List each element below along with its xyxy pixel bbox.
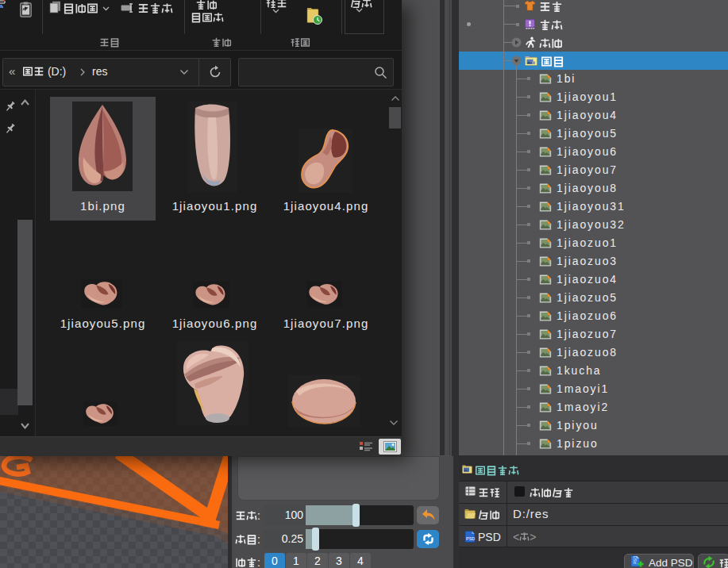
svg-text:PSD: PSD <box>466 536 475 541</box>
svg-text:PSD: PSD <box>633 555 637 564</box>
